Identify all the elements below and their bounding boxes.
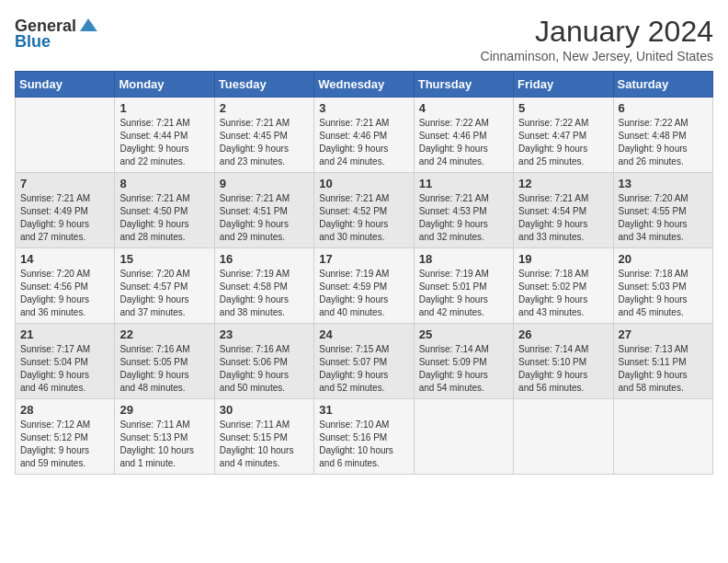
logo-blue-text: Blue: [15, 33, 51, 50]
calendar-cell: 15Sunrise: 7:20 AMSunset: 4:57 PMDayligh…: [115, 248, 214, 324]
calendar-cell: 17Sunrise: 7:19 AMSunset: 4:59 PMDayligh…: [314, 248, 414, 324]
cell-content: Sunrise: 7:11 AMSunset: 5:15 PMDaylight:…: [220, 419, 309, 470]
calendar-cell: 7Sunrise: 7:21 AMSunset: 4:49 PMDaylight…: [16, 173, 115, 248]
day-number: 30: [220, 403, 309, 417]
days-header-row: SundayMondayTuesdayWednesdayThursdayFrid…: [16, 72, 713, 98]
calendar-table: SundayMondayTuesdayWednesdayThursdayFrid…: [15, 71, 713, 475]
calendar-week-row: 14Sunrise: 7:20 AMSunset: 4:56 PMDayligh…: [16, 248, 713, 324]
cell-content: Sunrise: 7:10 AMSunset: 5:16 PMDaylight:…: [319, 419, 408, 470]
day-number: 24: [319, 327, 408, 341]
day-number: 20: [619, 252, 708, 266]
logo-icon: [78, 15, 98, 35]
header: General Blue January 2024 Cinnaminson, N…: [15, 15, 713, 63]
cell-content: Sunrise: 7:15 AMSunset: 5:07 PMDaylight:…: [319, 343, 408, 395]
day-header-monday: Monday: [115, 72, 214, 98]
day-number: 9: [220, 177, 309, 190]
calendar-cell: 9Sunrise: 7:21 AMSunset: 4:51 PMDaylight…: [214, 173, 313, 248]
calendar-cell: 21Sunrise: 7:17 AMSunset: 5:04 PMDayligh…: [16, 324, 115, 399]
calendar-cell: 24Sunrise: 7:15 AMSunset: 5:07 PMDayligh…: [314, 324, 414, 399]
calendar-cell: 14Sunrise: 7:20 AMSunset: 4:56 PMDayligh…: [16, 248, 115, 324]
day-number: 2: [220, 101, 309, 115]
day-number: 11: [419, 177, 508, 190]
month-title: January 2024: [481, 15, 713, 49]
calendar-week-row: 21Sunrise: 7:17 AMSunset: 5:04 PMDayligh…: [16, 324, 713, 399]
calendar-cell: 18Sunrise: 7:19 AMSunset: 5:01 PMDayligh…: [414, 248, 513, 324]
day-number: 7: [20, 177, 109, 190]
calendar-cell: 19Sunrise: 7:18 AMSunset: 5:02 PMDayligh…: [514, 248, 613, 324]
day-header-wednesday: Wednesday: [314, 72, 414, 98]
cell-content: Sunrise: 7:21 AMSunset: 4:54 PMDaylight:…: [518, 192, 608, 244]
calendar-cell: 25Sunrise: 7:14 AMSunset: 5:09 PMDayligh…: [414, 324, 513, 399]
calendar-cell: 6Sunrise: 7:22 AMSunset: 4:48 PMDaylight…: [613, 98, 712, 173]
cell-content: Sunrise: 7:21 AMSunset: 4:49 PMDaylight:…: [20, 192, 109, 244]
cell-content: Sunrise: 7:13 AMSunset: 5:11 PMDaylight:…: [619, 343, 708, 395]
cell-content: Sunrise: 7:22 AMSunset: 4:47 PMDaylight:…: [518, 117, 608, 168]
cell-content: Sunrise: 7:21 AMSunset: 4:44 PMDaylight:…: [119, 117, 209, 168]
day-number: 8: [119, 177, 209, 190]
day-number: 29: [119, 403, 209, 417]
day-number: 15: [119, 252, 209, 266]
cell-content: Sunrise: 7:19 AMSunset: 5:01 PMDaylight:…: [419, 268, 508, 319]
calendar-cell: 26Sunrise: 7:14 AMSunset: 5:10 PMDayligh…: [514, 324, 613, 399]
title-area: January 2024 Cinnaminson, New Jersey, Un…: [481, 15, 713, 63]
calendar-cell: 1Sunrise: 7:21 AMSunset: 4:44 PMDaylight…: [115, 98, 214, 173]
calendar-cell: 30Sunrise: 7:11 AMSunset: 5:15 PMDayligh…: [214, 399, 313, 475]
calendar-cell: 11Sunrise: 7:21 AMSunset: 4:53 PMDayligh…: [414, 173, 513, 248]
day-number: 16: [220, 252, 309, 266]
calendar-cell: 12Sunrise: 7:21 AMSunset: 4:54 PMDayligh…: [514, 173, 613, 248]
calendar-cell: 29Sunrise: 7:11 AMSunset: 5:13 PMDayligh…: [115, 399, 214, 475]
calendar-cell: [514, 399, 613, 475]
calendar-cell: 31Sunrise: 7:10 AMSunset: 5:16 PMDayligh…: [314, 399, 414, 475]
day-header-saturday: Saturday: [613, 72, 712, 98]
day-number: 31: [319, 403, 408, 417]
cell-content: Sunrise: 7:11 AMSunset: 5:13 PMDaylight:…: [119, 419, 209, 470]
cell-content: Sunrise: 7:21 AMSunset: 4:45 PMDaylight:…: [220, 117, 309, 168]
calendar-cell: 4Sunrise: 7:22 AMSunset: 4:46 PMDaylight…: [414, 98, 513, 173]
calendar-cell: 16Sunrise: 7:19 AMSunset: 4:58 PMDayligh…: [214, 248, 313, 324]
cell-content: Sunrise: 7:19 AMSunset: 4:59 PMDaylight:…: [319, 268, 408, 319]
cell-content: Sunrise: 7:22 AMSunset: 4:46 PMDaylight:…: [419, 117, 508, 168]
cell-content: Sunrise: 7:14 AMSunset: 5:09 PMDaylight:…: [419, 343, 508, 395]
cell-content: Sunrise: 7:21 AMSunset: 4:52 PMDaylight:…: [319, 192, 408, 244]
day-number: 27: [619, 327, 708, 341]
calendar-cell: 20Sunrise: 7:18 AMSunset: 5:03 PMDayligh…: [613, 248, 712, 324]
cell-content: Sunrise: 7:20 AMSunset: 4:55 PMDaylight:…: [619, 192, 708, 244]
day-number: 23: [220, 327, 309, 341]
calendar-cell: 28Sunrise: 7:12 AMSunset: 5:12 PMDayligh…: [16, 399, 115, 475]
day-number: 19: [518, 252, 608, 266]
cell-content: Sunrise: 7:20 AMSunset: 4:56 PMDaylight:…: [20, 268, 109, 319]
day-number: 12: [518, 177, 608, 190]
day-number: 18: [419, 252, 508, 266]
cell-content: Sunrise: 7:21 AMSunset: 4:53 PMDaylight:…: [419, 192, 508, 244]
day-number: 28: [20, 403, 109, 417]
day-header-tuesday: Tuesday: [214, 72, 313, 98]
calendar-cell: [613, 399, 712, 475]
day-header-thursday: Thursday: [414, 72, 513, 98]
calendar-cell: 10Sunrise: 7:21 AMSunset: 4:52 PMDayligh…: [314, 173, 414, 248]
calendar-cell: [414, 399, 513, 475]
calendar-cell: 3Sunrise: 7:21 AMSunset: 4:46 PMDaylight…: [314, 98, 414, 173]
calendar-cell: 8Sunrise: 7:21 AMSunset: 4:50 PMDaylight…: [115, 173, 214, 248]
cell-content: Sunrise: 7:18 AMSunset: 5:03 PMDaylight:…: [619, 268, 708, 319]
cell-content: Sunrise: 7:16 AMSunset: 5:05 PMDaylight:…: [119, 343, 209, 395]
calendar-body: 1Sunrise: 7:21 AMSunset: 4:44 PMDaylight…: [16, 98, 713, 475]
logo: General Blue: [15, 15, 98, 50]
cell-content: Sunrise: 7:17 AMSunset: 5:04 PMDaylight:…: [20, 343, 109, 395]
day-number: 26: [518, 327, 608, 341]
day-header-friday: Friday: [514, 72, 613, 98]
day-number: 5: [518, 101, 608, 115]
day-number: 4: [419, 101, 508, 115]
location-subtitle: Cinnaminson, New Jersey, United States: [481, 49, 713, 63]
cell-content: Sunrise: 7:21 AMSunset: 4:46 PMDaylight:…: [319, 117, 408, 168]
day-number: 3: [319, 101, 408, 115]
day-number: 10: [319, 177, 408, 190]
cell-content: Sunrise: 7:20 AMSunset: 4:57 PMDaylight:…: [119, 268, 209, 319]
cell-content: Sunrise: 7:14 AMSunset: 5:10 PMDaylight:…: [518, 343, 608, 395]
calendar-week-row: 28Sunrise: 7:12 AMSunset: 5:12 PMDayligh…: [16, 399, 713, 475]
day-number: 14: [20, 252, 109, 266]
cell-content: Sunrise: 7:12 AMSunset: 5:12 PMDaylight:…: [20, 419, 109, 470]
calendar-week-row: 1Sunrise: 7:21 AMSunset: 4:44 PMDaylight…: [16, 98, 713, 173]
calendar-cell: 27Sunrise: 7:13 AMSunset: 5:11 PMDayligh…: [613, 324, 712, 399]
cell-content: Sunrise: 7:19 AMSunset: 4:58 PMDaylight:…: [220, 268, 309, 319]
calendar-cell: 23Sunrise: 7:16 AMSunset: 5:06 PMDayligh…: [214, 324, 313, 399]
